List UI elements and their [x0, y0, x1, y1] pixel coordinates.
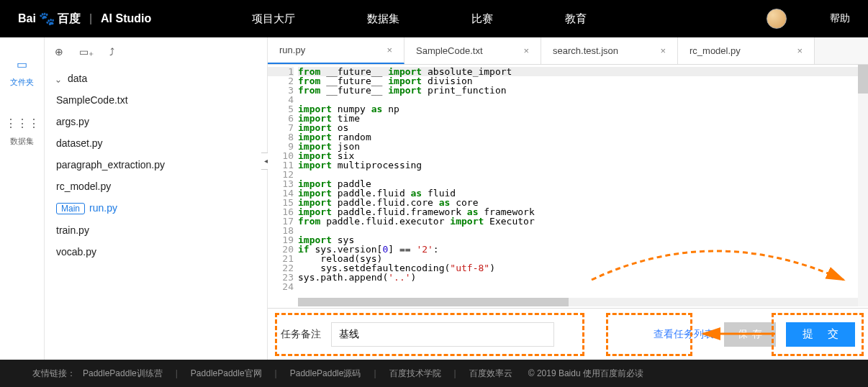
tab-run[interactable]: run.py×	[268, 37, 404, 64]
file-item[interactable]: train.py	[45, 219, 267, 241]
nav-edu[interactable]: 教育	[565, 12, 587, 26]
file-item[interactable]: rc_model.py	[45, 176, 267, 197]
nav-projects[interactable]: 项目大厅	[252, 12, 295, 26]
avatar[interactable]	[767, 9, 787, 29]
main-tag: Main	[56, 203, 85, 214]
new-folder-icon[interactable]: ▭₊	[79, 46, 94, 58]
close-icon[interactable]: ×	[660, 45, 666, 56]
rail-files[interactable]: ▭ 文件夹	[10, 58, 34, 88]
scrollbar-thumb[interactable]	[858, 65, 868, 94]
editor: ◀ run.py× SampleCode.txt× search.test.js…	[268, 37, 868, 360]
file-pane: ⊕ ▭₊ ⤴ data SampleCode.txt args.py datas…	[45, 37, 268, 360]
line-gutter: 123456789101112131415161718192021222324	[268, 65, 298, 308]
logo-sep: |	[89, 12, 92, 25]
nav-datasets[interactable]: 数据集	[367, 12, 399, 26]
footer-link[interactable]: PaddlePaddle官网	[191, 368, 262, 380]
code-lines[interactable]: from __future__ import absolute_importfr…	[298, 65, 868, 308]
rail-files-label: 文件夹	[10, 77, 34, 88]
footer-friends: 友情链接：	[32, 368, 76, 380]
horizontal-scrollbar[interactable]	[298, 298, 862, 306]
task-note-label: 任务备注	[281, 328, 321, 341]
logo[interactable]: Bai🐾百度 | AI Studio	[18, 11, 151, 27]
task-note-input[interactable]	[331, 322, 554, 347]
top-bar: Bai🐾百度 | AI Studio 项目大厅 数据集 比赛 教育 帮助	[0, 0, 868, 37]
close-icon[interactable]: ×	[386, 45, 392, 55]
upload-icon[interactable]: ⤴	[109, 46, 114, 58]
file-item[interactable]: paragraph_extraction.py	[45, 154, 267, 176]
top-nav: 项目大厅 数据集 比赛 教育	[252, 12, 587, 26]
folder-data[interactable]: data	[45, 68, 267, 89]
vertical-scrollbar[interactable]	[858, 65, 868, 306]
view-task-list-link[interactable]: 查看任务列表	[654, 328, 714, 341]
bottom-bar: 任务备注 查看任务列表 保存 提 交	[268, 308, 868, 360]
logo-text2: 百度	[58, 12, 81, 27]
tab-rcmodel[interactable]: rc_model.py×	[678, 37, 815, 64]
footer-link[interactable]: PaddlePaddle源码	[290, 368, 361, 380]
footer-link[interactable]: 百度技术学院	[389, 368, 441, 380]
dataset-icon: ⋮⋮⋮	[5, 117, 40, 130]
close-icon[interactable]: ×	[797, 45, 803, 56]
footer: 友情链接： PaddlePaddle训练营| PaddlePaddle官网| P…	[0, 360, 868, 387]
save-button[interactable]: 保存	[724, 322, 776, 347]
left-rail: ▭ 文件夹 ⋮⋮⋮ 数据集	[0, 37, 45, 360]
file-item[interactable]: args.py	[45, 111, 267, 132]
scrollbar-thumb[interactable]	[298, 298, 569, 306]
file-tree: data SampleCode.txt args.py dataset.py p…	[45, 68, 267, 263]
footer-link[interactable]: 百度效率云	[469, 368, 512, 380]
footer-copyright: © 2019 Baidu 使用百度前必读	[528, 368, 643, 380]
logo-text1: Bai	[18, 12, 36, 25]
file-item[interactable]: vocab.py	[45, 241, 267, 263]
close-icon[interactable]: ×	[523, 45, 529, 56]
new-file-icon[interactable]: ⊕	[55, 46, 63, 58]
logo-app: AI Studio	[101, 12, 151, 25]
rail-dataset[interactable]: ⋮⋮⋮ 数据集	[5, 117, 40, 147]
folder-icon: ▭	[17, 58, 27, 71]
main-file-name: run.py	[89, 202, 117, 214]
tab-bar: run.py× SampleCode.txt× search.test.json…	[268, 37, 868, 65]
file-item[interactable]: SampleCode.txt	[45, 89, 267, 111]
footer-link[interactable]: PaddlePaddle训练营	[83, 368, 163, 380]
tab-search[interactable]: search.test.json×	[541, 37, 678, 64]
rail-dataset-label: 数据集	[10, 136, 34, 147]
file-item-main[interactable]: Mainrun.py	[45, 197, 267, 219]
help-link[interactable]: 帮助	[830, 12, 850, 25]
code-area[interactable]: 123456789101112131415161718192021222324 …	[268, 65, 868, 308]
file-item[interactable]: dataset.py	[45, 132, 267, 154]
nav-contest[interactable]: 比赛	[471, 12, 493, 26]
top-right: 帮助	[767, 9, 850, 29]
paw-icon: 🐾	[39, 11, 55, 27]
file-toolbar: ⊕ ▭₊ ⤴	[45, 46, 267, 58]
tab-sample[interactable]: SampleCode.txt×	[404, 37, 541, 64]
main-area: ▭ 文件夹 ⋮⋮⋮ 数据集 ⊕ ▭₊ ⤴ data SampleCode.txt…	[0, 37, 868, 360]
submit-button[interactable]: 提 交	[786, 322, 855, 347]
